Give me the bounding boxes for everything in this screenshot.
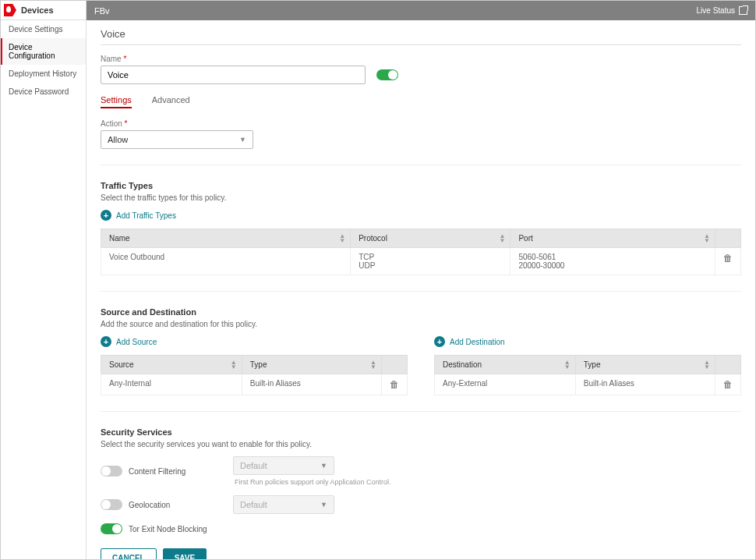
delete-traffic-row[interactable]: 🗑 bbox=[715, 248, 741, 275]
tor-label: Tor Exit Node Blocking bbox=[129, 525, 207, 533]
page-title: Voice bbox=[101, 28, 741, 45]
col-protocol[interactable]: Protocol▲▼ bbox=[351, 229, 510, 248]
trash-icon: 🗑 bbox=[390, 379, 399, 390]
trash-icon: 🗑 bbox=[723, 379, 733, 390]
security-subtitle: Select the security services you want to… bbox=[101, 440, 741, 448]
name-input[interactable] bbox=[101, 66, 366, 84]
chevron-down-icon: ▼ bbox=[239, 136, 246, 144]
geolocation-label: Geolocation bbox=[129, 501, 170, 509]
col-name[interactable]: Name▲▼ bbox=[101, 229, 351, 248]
sidebar-header: Devices bbox=[1, 1, 86, 20]
nav-device-settings[interactable]: Device Settings bbox=[1, 20, 86, 38]
chevron-down-icon: ▼ bbox=[320, 462, 327, 470]
traffic-title: Traffic Types bbox=[101, 181, 741, 190]
srcdst-subtitle: Add the source and destination for this … bbox=[101, 320, 741, 328]
col-actions bbox=[715, 229, 741, 248]
nav-device-password[interactable]: Device Password bbox=[1, 83, 86, 101]
traffic-subtitle: Select the traffic types for this policy… bbox=[101, 193, 741, 202]
action-label: Action * bbox=[101, 119, 741, 128]
topbar: FBv Live Status bbox=[87, 1, 755, 20]
flame-icon bbox=[4, 4, 16, 16]
sort-icon: ▲▼ bbox=[370, 360, 376, 370]
col-type[interactable]: Type▲▼ bbox=[575, 356, 715, 374]
live-status-label: Live Status bbox=[697, 6, 735, 15]
nav-device-configuration[interactable]: Device Configuration bbox=[1, 38, 86, 65]
save-button[interactable]: SAVE bbox=[163, 548, 207, 559]
name-label: Name * bbox=[101, 55, 741, 63]
add-traffic-types[interactable]: + Add Traffic Types bbox=[101, 210, 176, 221]
tor-toggle[interactable] bbox=[101, 523, 122, 534]
policy-enabled-toggle[interactable] bbox=[376, 69, 398, 80]
sidebar: Devices Device Settings Device Configura… bbox=[1, 1, 87, 559]
sort-icon: ▲▼ bbox=[564, 360, 571, 370]
tab-settings[interactable]: Settings bbox=[101, 95, 132, 108]
tab-advanced[interactable]: Advanced bbox=[152, 95, 190, 108]
col-source[interactable]: Source▲▼ bbox=[101, 356, 242, 374]
nav-deployment-history[interactable]: Deployment History bbox=[1, 65, 86, 83]
traffic-table: Name▲▼ Protocol▲▼ Port▲▼ Voice Outbound … bbox=[101, 229, 741, 275]
device-name: FBv bbox=[94, 6, 110, 16]
sort-icon: ▲▼ bbox=[704, 234, 710, 243]
external-link-icon bbox=[739, 6, 747, 15]
table-row: Voice Outbound TCP UDP 5060-5061 20000-3… bbox=[101, 248, 741, 275]
col-port[interactable]: Port▲▼ bbox=[510, 229, 715, 248]
content-filtering-select: Default ▼ bbox=[233, 456, 334, 475]
sidebar-title: Devices bbox=[21, 5, 54, 15]
security-title: Security Services bbox=[101, 427, 741, 437]
cancel-button[interactable]: CANCEL bbox=[101, 548, 157, 559]
delete-source-row[interactable]: 🗑 bbox=[382, 374, 408, 395]
action-select[interactable]: Allow ▼ bbox=[101, 130, 253, 149]
add-destination[interactable]: + Add Destination bbox=[434, 336, 505, 347]
col-destination[interactable]: Destination▲▼ bbox=[435, 356, 576, 374]
plus-icon: + bbox=[101, 210, 111, 221]
add-source[interactable]: + Add Source bbox=[101, 336, 157, 347]
sort-icon: ▲▼ bbox=[339, 234, 345, 243]
sort-icon: ▲▼ bbox=[704, 360, 710, 370]
srcdst-title: Source and Destination bbox=[101, 307, 741, 317]
action-value: Allow bbox=[108, 135, 128, 144]
geolocation-select: Default ▼ bbox=[233, 495, 334, 514]
table-row: Any-Internal Built-in Aliases 🗑 bbox=[101, 374, 408, 395]
content-filtering-toggle[interactable] bbox=[101, 466, 122, 477]
plus-icon: + bbox=[434, 336, 445, 347]
table-row: Any-External Built-in Aliases 🗑 bbox=[435, 374, 741, 395]
content-filtering-note: First Run policies support only Applicat… bbox=[235, 478, 397, 486]
destination-table: Destination▲▼ Type▲▼ Any-External Built-… bbox=[434, 355, 741, 395]
source-table: Source▲▼ Type▲▼ Any-Internal Built-in Al… bbox=[101, 355, 408, 395]
sort-icon: ▲▼ bbox=[231, 360, 237, 370]
sort-icon: ▲▼ bbox=[500, 234, 506, 243]
delete-destination-row[interactable]: 🗑 bbox=[715, 374, 741, 395]
trash-icon: 🗑 bbox=[723, 253, 733, 264]
content-filtering-label: Content Filtering bbox=[129, 467, 185, 476]
col-type[interactable]: Type▲▼ bbox=[242, 356, 381, 374]
chevron-down-icon: ▼ bbox=[320, 501, 327, 509]
plus-icon: + bbox=[101, 336, 111, 347]
live-status-link[interactable]: Live Status bbox=[697, 6, 747, 15]
geolocation-toggle[interactable] bbox=[101, 499, 122, 510]
